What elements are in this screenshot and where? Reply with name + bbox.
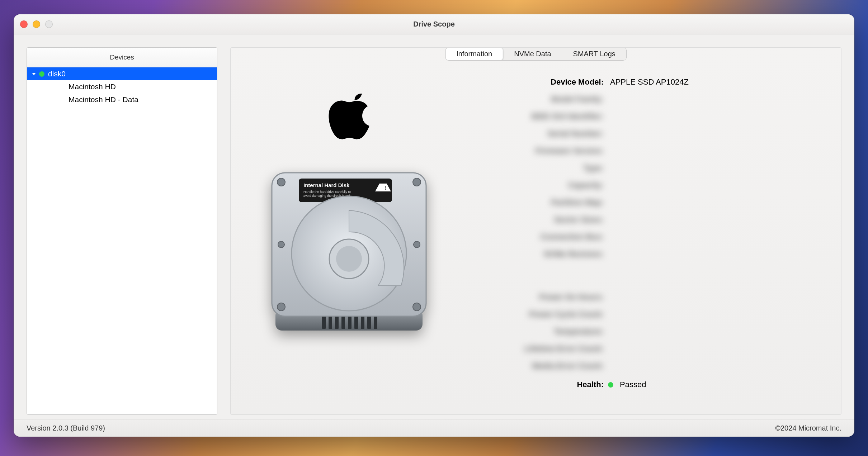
prop-label: Partition Map: — [464, 194, 604, 211]
prop-label: IEEE OUI Identifier: — [464, 108, 604, 125]
devices-sidebar-header: Devices — [27, 48, 217, 67]
prop-serial-number: Serial Number: — [464, 125, 827, 142]
prop-label: Power On Hours: — [464, 289, 604, 306]
prop-label: Capacity: — [464, 177, 604, 194]
window-title: Drive Scope — [14, 20, 854, 28]
prop-device-model: Device Model: APPLE SSD AP1024Z — [464, 73, 827, 91]
prop-value — [610, 246, 827, 263]
tab-smart-logs[interactable]: SMART Logs — [562, 48, 626, 60]
device-tree-item-macintosh-hd-data[interactable]: Macintosh HD - Data — [27, 93, 217, 106]
prop-value — [610, 289, 827, 306]
device-properties: Device Model: APPLE SSD AP1024Z Model Fa… — [464, 68, 827, 406]
prop-label: Health: — [464, 376, 604, 393]
device-tree-item-macintosh-hd[interactable]: Macintosh HD — [27, 80, 217, 93]
prop-label: Sector Sizes: — [464, 211, 604, 228]
prop-capacity: Capacity: — [464, 177, 827, 194]
window-body: Devices disk0 Macintosh HD Macintosh HD … — [14, 34, 854, 419]
svg-point-13 — [277, 303, 285, 311]
device-tree-item-label: disk0 — [48, 70, 66, 78]
tab-information[interactable]: Information — [445, 48, 503, 60]
prop-label: Device Model: — [464, 73, 604, 91]
chevron-down-icon[interactable] — [30, 72, 37, 76]
health-status-icon — [608, 382, 613, 388]
device-tree-item-label: Macintosh HD - Data — [69, 95, 138, 104]
prop-value — [610, 228, 827, 246]
prop-temperature: Temperature: — [464, 323, 827, 340]
prop-value — [610, 177, 827, 194]
prop-value — [610, 323, 827, 340]
prop-model-family: Model Family: — [464, 91, 827, 108]
prop-label: Firmware Version: — [464, 142, 604, 160]
svg-text:!: ! — [385, 185, 387, 191]
prop-label: NVMe Revision: — [464, 246, 604, 263]
prop-lifetime-error-count: Lifetime Error Count: — [464, 340, 827, 357]
prop-health: Health: Passed — [464, 376, 827, 393]
prop-partition-map: Partition Map: — [464, 194, 827, 211]
device-tree-item-disk0[interactable]: disk0 — [27, 67, 217, 80]
prop-firmware-version: Firmware Version: — [464, 142, 827, 160]
prop-value — [610, 340, 827, 357]
device-tree-item-label: Macintosh HD — [69, 82, 116, 91]
svg-text:Internal Hard Disk: Internal Hard Disk — [303, 182, 350, 188]
prop-power-on-hours: Power On Hours: — [464, 289, 827, 306]
prop-nvme-revision: NVMe Revision: — [464, 246, 827, 263]
prop-value — [610, 160, 827, 177]
svg-text:Handle the hard drive carefull: Handle the hard drive carefully to — [303, 190, 351, 194]
svg-point-11 — [277, 178, 285, 186]
tab-content-information: Internal Hard Disk Handle the hard drive… — [231, 68, 841, 414]
svg-point-15 — [278, 241, 284, 248]
prop-label: Media Error Count: — [464, 357, 604, 375]
prop-value — [610, 91, 827, 108]
prop-connection-bus: Connection Bus: — [464, 228, 827, 246]
prop-value: Passed — [620, 376, 646, 393]
prop-type: Type: — [464, 160, 827, 177]
prop-value — [610, 194, 827, 211]
device-tree: disk0 Macintosh HD Macintosh HD - Data — [27, 67, 217, 106]
prop-ieee-oui: IEEE OUI Identifier: — [464, 108, 827, 125]
prop-media-error-count: Media Error Count: — [464, 357, 827, 375]
prop-value — [610, 125, 827, 142]
svg-point-24 — [336, 246, 362, 272]
prop-label: Type: — [464, 160, 604, 177]
prop-label: Lifetime Error Count: — [464, 340, 604, 357]
prop-value — [610, 211, 827, 228]
devices-sidebar: Devices disk0 Macintosh HD Macintosh HD … — [27, 47, 217, 415]
copyright-label: ©2024 Micromat Inc. — [775, 424, 841, 432]
prop-value — [610, 108, 827, 125]
tab-bar: Information NVMe Data SMART Logs — [445, 47, 627, 61]
prop-label: Power Cycle Count: — [464, 306, 604, 323]
prop-power-cycle-count: Power Cycle Count: — [464, 306, 827, 323]
svg-point-16 — [414, 241, 420, 248]
device-status-icon — [39, 71, 44, 77]
prop-label: Model Family: — [464, 91, 604, 108]
svg-point-14 — [413, 303, 421, 311]
prop-sector-sizes: Sector Sizes: — [464, 211, 827, 228]
svg-point-12 — [413, 178, 421, 186]
tab-nvme-data[interactable]: NVMe Data — [503, 48, 562, 60]
prop-value — [610, 357, 827, 375]
main-panel: Information NVMe Data SMART Logs — [230, 47, 841, 415]
prop-value: APPLE SSD AP1024Z — [610, 73, 827, 91]
version-label: Version 2.0.3 (Build 979) — [27, 424, 105, 432]
prop-label: Serial Number: — [464, 125, 604, 142]
internal-hard-disk-icon: Internal Hard Disk Handle the hard drive… — [265, 169, 433, 338]
app-window: Drive Scope Devices disk0 Macintosh HD M… — [14, 14, 854, 437]
titlebar: Drive Scope — [14, 14, 854, 34]
status-bar: Version 2.0.3 (Build 979) ©2024 Micromat… — [14, 419, 854, 437]
prop-label: Connection Bus: — [464, 228, 604, 246]
prop-label: Temperature: — [464, 323, 604, 340]
apple-logo-icon — [325, 82, 373, 141]
device-illustration: Internal Hard Disk Handle the hard drive… — [245, 68, 453, 406]
prop-value — [610, 142, 827, 160]
prop-value — [610, 306, 827, 323]
